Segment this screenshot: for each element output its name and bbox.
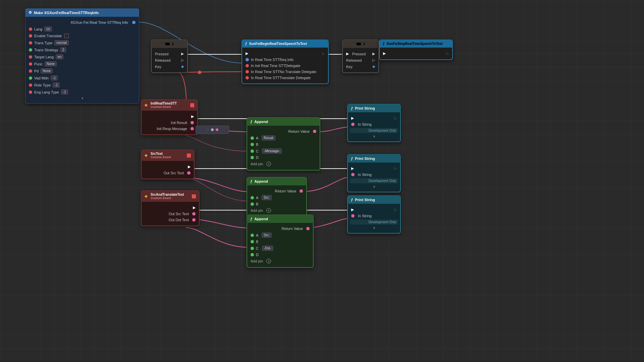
add-pin-icon-1: + <box>266 162 271 166</box>
keyboard-icon: ⌨ <box>165 42 170 46</box>
append-2-return-pin <box>300 189 303 193</box>
xunfei-begin-title: XunFeiBeginRealTimeSpeechToText <box>249 42 307 46</box>
append-1-return-pin <box>313 130 316 133</box>
print-2-string-row: In String <box>348 172 400 178</box>
print-2-exec-out: ▷ <box>394 166 397 171</box>
print-2-expand[interactable]: ∨ <box>348 184 400 189</box>
append-1-node: ƒ Append Return Value A Result B C -Mess… <box>247 117 320 171</box>
print-1-in-string: In String <box>358 122 372 126</box>
print-3-dev-only: Development Only <box>350 220 398 225</box>
print-3-exec-in: ▶ <box>351 207 354 212</box>
print-1-exec-in: ▶ <box>351 116 354 120</box>
print-1-expand[interactable]: ∨ <box>348 134 400 139</box>
append-1-title: Append <box>254 120 268 124</box>
init-stt-marker <box>190 103 194 107</box>
src-out-row: Out Src Text <box>142 170 194 176</box>
src-translate-title: SrcAndTranslateText <box>151 193 184 196</box>
src-exec-row: ▶ <box>142 164 194 170</box>
pressed-exec-out: ▶ <box>181 52 184 56</box>
print-2-dev-only: Development Only <box>350 178 398 183</box>
role-type-pin <box>29 83 32 87</box>
print-1-exec-out: ▷ <box>394 116 397 120</box>
enable-translate-pin <box>29 34 32 38</box>
print-3-exec-row: ▶ ▷ <box>348 206 400 213</box>
init-stt-subtitle: Custom Event <box>151 105 177 109</box>
trans-type-pin <box>29 41 32 45</box>
append-1-addpin-row[interactable]: Add pin + <box>247 161 320 167</box>
released-row: Released ▷ <box>152 57 187 63</box>
make-node: ⚙ Make XGXunFeiRealTimeSTTReqInfo XGXun … <box>25 8 139 104</box>
field-vad-mdn: Vad Mdn -1 <box>25 74 139 81</box>
k3-pressed-out: ▶ <box>372 52 375 56</box>
released-exec-out: ▷ <box>181 58 184 62</box>
field-role-type: Role Type -1 <box>25 81 139 88</box>
punc-pin <box>29 62 32 66</box>
k3-released-out: ▷ <box>372 58 375 62</box>
in-stt-req-row: In Real Time STTReq Info <box>242 57 328 63</box>
print-3-exec-out: ▷ <box>394 207 397 212</box>
append-2-return-row: Return Value <box>247 188 306 194</box>
keyboard-2-title: 2 <box>172 42 174 46</box>
stop-exec-row: ▶ ▷ <box>380 50 452 57</box>
append-3-c-row: C -Dst- <box>247 245 313 252</box>
append-3-addpin-row[interactable]: Add pin + <box>247 258 313 264</box>
field-lang: Lang cn <box>25 25 139 33</box>
field-eng-lang-type: Eng Lang Type -1 <box>25 88 139 96</box>
key-row: Key ◆ <box>152 63 187 70</box>
field-enable-translate: Enable Translate <box>25 33 139 39</box>
print-1-exec-row: ▶ ▷ <box>348 115 400 121</box>
append-3-b-row: B <box>247 239 313 245</box>
print-2-exec-in: ▶ <box>351 166 354 171</box>
add-pin-icon-3: + <box>266 259 271 263</box>
append-2-b-row: B <box>247 201 306 207</box>
in-no-translate-row: In Real Time STTNo Translate Delegate <box>242 69 328 75</box>
keyboard-3-node: ⌨ 3 ▶ Pressed ▶ Released ▷ Key ◆ <box>342 40 379 73</box>
lang-pin <box>29 27 32 31</box>
print-string-3-node: ƒ Print String ▶ ▷ In String Development… <box>347 195 401 234</box>
print-2-exec-row: ▶ ▷ <box>348 165 400 172</box>
xunfei-stop-icon: ƒ <box>383 42 385 46</box>
src-out-pin <box>187 171 191 175</box>
append-2-icon: ƒ <box>250 179 252 183</box>
print-string-1-node: ƒ Print String ▶ ▷ In String Development… <box>347 104 401 142</box>
append-1-b-row: B <box>247 141 320 147</box>
print-1-title: Print String <box>355 106 375 110</box>
print-2-title: Print String <box>355 157 375 161</box>
make-output-label: XGXun Fei Real Time STTReq Info <box>70 20 128 24</box>
field-target-lang: Target Lang en <box>25 53 139 60</box>
append-1-a-row: A Result <box>247 134 320 141</box>
svg-point-0 <box>198 71 201 74</box>
in-translate-row: In Real Time STTTranslate Delegate <box>242 75 328 81</box>
trans-strategy-pin <box>29 48 32 52</box>
init-result-pin <box>191 121 194 124</box>
append-1-icon: ƒ <box>250 120 252 124</box>
print-2-in-string: In String <box>358 173 372 177</box>
translate-exec-out: ▶ <box>193 205 196 210</box>
translate-dst-pin <box>192 218 196 222</box>
translate-src-row: Out Src Text <box>142 211 199 217</box>
pd-pin <box>29 69 32 73</box>
print-1-string-pin <box>351 123 355 126</box>
append-2-addpin-row[interactable]: Add pin + <box>247 207 306 214</box>
custom-event-icon-2: ◆ <box>145 153 147 158</box>
append-1-b-pin <box>251 143 254 146</box>
append-3-a-pin <box>251 234 254 237</box>
collapse-arrow[interactable]: ∧ <box>25 96 139 101</box>
k3-pressed-row: ▶ Pressed ▶ <box>343 51 378 57</box>
print-3-expand[interactable]: ∨ <box>348 225 400 230</box>
xunfei-stop-title: XunFeiStopRealTimeSpeechToText <box>387 42 443 46</box>
init-stt-node: ◆ InitRealTimeSTT Custom Event ▶ Init Re… <box>141 99 198 135</box>
translate-dst-row: Out Dst Text <box>142 217 199 223</box>
init-resp-row: Init Resp Message <box>142 126 197 132</box>
init-stt-title: InitRealTimeSTT <box>151 102 177 105</box>
make-icon: ⚙ <box>29 10 32 15</box>
append-3-return-row: Return Value <box>247 226 313 232</box>
key-pin-out: ◆ <box>181 64 184 69</box>
print-1-icon: ƒ <box>351 106 353 110</box>
stop-exec-in: ▶ <box>383 51 386 56</box>
custom-event-icon-1: ◆ <box>145 103 147 107</box>
reroute-pin-2 <box>211 128 214 131</box>
init-exec-row: ▶ <box>142 113 197 120</box>
src-translate-subtitle: Custom Event <box>151 196 184 200</box>
append-3-c-pin <box>251 247 254 250</box>
